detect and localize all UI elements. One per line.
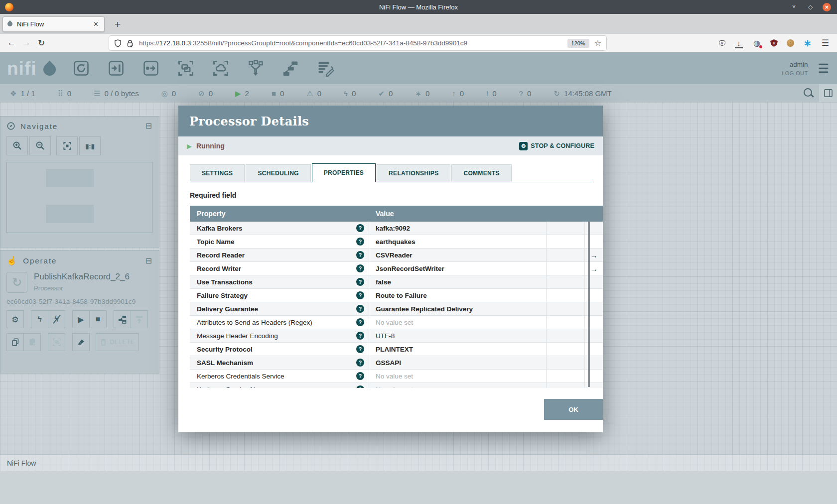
url-text: https://172.18.0.3:32558/nifi/?processGr… — [139, 39, 563, 47]
browser-tab[interactable]: NiFi Flow ✕ — [2, 16, 105, 32]
global-menu-icon[interactable]: ☰ — [818, 61, 829, 76]
input-port-icon[interactable] — [107, 59, 125, 78]
help-icon[interactable] — [356, 372, 364, 380]
ok-button[interactable]: OK — [544, 399, 603, 420]
template-icon[interactable] — [281, 59, 299, 78]
stop-and-configure-button[interactable]: STOP & CONFIGURE — [519, 142, 594, 150]
zoom-actual-size-button[interactable]: ▮:▮ — [79, 136, 101, 155]
output-port-icon[interactable] — [141, 59, 160, 78]
help-icon[interactable] — [356, 264, 364, 272]
property-row[interactable]: Kafka Brokers kafka:9092 — [190, 222, 603, 235]
dialog-tab[interactable]: COMMENTS — [451, 164, 511, 182]
help-icon[interactable] — [356, 251, 364, 259]
property-row[interactable]: Delivery Guarantee Guarantee Replicated … — [190, 302, 603, 316]
status-count: 0 — [352, 89, 356, 98]
dialog-tab[interactable]: SETTINGS — [190, 164, 245, 182]
refresh-icon[interactable]: ↻ — [554, 90, 560, 97]
breadcrumb[interactable]: NiFi Flow — [0, 454, 837, 471]
cookie-icon[interactable]: ∴ — [787, 39, 794, 47]
pocket-icon[interactable]: ˅ — [719, 40, 725, 46]
forward-button[interactable]: → — [19, 38, 34, 48]
property-value: false — [369, 275, 546, 288]
stop-button[interactable]: ■ — [89, 310, 107, 328]
table-scrollbar[interactable] — [588, 222, 590, 387]
property-row[interactable]: Message Header Encoding UTF-8 — [190, 329, 603, 343]
minimize-button[interactable]: ˅ — [790, 3, 798, 11]
status-item: ⊘ 0 — [198, 89, 213, 98]
status-item: ⠿ 0 — [58, 89, 71, 98]
property-value: No value set — [369, 370, 546, 382]
configure-button[interactable]: ⚙ — [6, 310, 24, 328]
tracking-protection-icon[interactable] — [114, 39, 122, 47]
goto-service-icon[interactable] — [590, 264, 598, 273]
help-icon[interactable] — [356, 332, 364, 340]
create-template-icon[interactable] — [114, 310, 131, 328]
status-item: ! 0 — [486, 89, 497, 98]
zoom-in-button[interactable] — [6, 136, 28, 155]
maximize-button[interactable]: ◇ — [806, 3, 815, 11]
logout-link[interactable]: LOG OUT — [782, 70, 808, 76]
property-row[interactable]: Kerberos Credentials Service No value se… — [190, 370, 603, 383]
help-icon[interactable] — [356, 345, 364, 353]
collapse-icon[interactable]: ⊟ — [145, 257, 153, 265]
status-count: 0 — [172, 89, 176, 98]
dialog-tab[interactable]: PROPERTIES — [312, 163, 376, 182]
start-button[interactable]: ▶ — [72, 310, 90, 328]
help-icon[interactable] — [356, 359, 364, 367]
dialog-tab[interactable]: SCHEDULING — [246, 164, 310, 182]
property-row[interactable]: Kerberos Service Name No value set — [190, 383, 603, 388]
property-row[interactable]: Use Transactions false — [190, 275, 603, 289]
copy-button[interactable] — [6, 333, 24, 351]
property-value: No value set — [369, 316, 546, 329]
property-row[interactable]: Record Reader CSVReader — [190, 249, 603, 262]
process-group-icon[interactable] — [176, 59, 195, 78]
minimap-component — [46, 169, 94, 187]
status-count: 0 — [460, 89, 464, 98]
goto-service-icon[interactable] — [590, 251, 598, 259]
help-icon[interactable] — [356, 385, 364, 388]
processor-details-dialog: Processor Details Running STOP & CONFIGU… — [178, 106, 603, 432]
help-icon[interactable] — [356, 291, 364, 299]
remote-process-group-icon[interactable] — [211, 59, 230, 78]
ublock-icon[interactable]: U — [770, 39, 778, 47]
panel-toggle-icon[interactable] — [819, 84, 837, 102]
help-icon[interactable] — [356, 224, 364, 232]
bookmark-star-icon[interactable]: ☆ — [594, 38, 601, 48]
help-icon[interactable] — [356, 318, 364, 326]
search-icon[interactable] — [797, 88, 819, 99]
processor-icon[interactable] — [72, 59, 90, 78]
tab-close-icon[interactable]: ✕ — [92, 20, 100, 28]
containers-icon[interactable]: ◍ — [752, 39, 761, 48]
property-row[interactable]: Security Protocol PLAINTEXT — [190, 343, 603, 356]
zoom-fit-button[interactable] — [56, 136, 78, 155]
property-row[interactable]: Attributes to Send as Headers (Regex) No… — [190, 316, 603, 329]
new-tab-button[interactable]: + — [115, 19, 121, 29]
disable-button[interactable]: ϟ — [48, 310, 65, 328]
close-button[interactable]: ✕ — [823, 3, 831, 11]
menu-hamburger-icon[interactable]: ☰ — [822, 38, 829, 48]
change-color-button[interactable] — [72, 333, 90, 351]
help-icon[interactable] — [356, 305, 364, 313]
enable-button[interactable]: ϟ — [31, 310, 48, 328]
property-row[interactable]: SASL Mechanism GSSAPI — [190, 356, 603, 370]
collapse-icon[interactable]: ⊟ — [145, 122, 153, 130]
running-icon: ▶ — [235, 90, 241, 97]
help-icon[interactable] — [356, 238, 364, 246]
back-button[interactable]: ← — [4, 38, 19, 48]
actions-cell — [584, 316, 603, 329]
property-row[interactable]: Record Writer JsonRecordSetWriter — [190, 262, 603, 275]
downloads-icon[interactable]: ↓ — [734, 39, 743, 48]
reload-button[interactable]: ↻ — [34, 38, 49, 48]
zoom-level-badge[interactable]: 120% — [567, 39, 589, 48]
birdseye-minimap[interactable] — [6, 162, 152, 233]
label-icon[interactable] — [316, 59, 334, 78]
help-icon[interactable] — [356, 278, 364, 286]
lock-warning-icon[interactable] — [126, 39, 134, 47]
property-row[interactable]: Failure Strategy Route to Failure — [190, 289, 603, 302]
funnel-icon[interactable] — [246, 59, 265, 78]
extension-icon[interactable]: ∗ — [803, 39, 812, 48]
url-input[interactable]: https://172.18.0.3:32558/nifi/?processGr… — [109, 36, 606, 50]
property-row[interactable]: Topic Name earthquakes — [190, 235, 603, 249]
dialog-tab[interactable]: RELATIONSHIPS — [377, 164, 450, 182]
zoom-out-button[interactable] — [29, 136, 51, 155]
